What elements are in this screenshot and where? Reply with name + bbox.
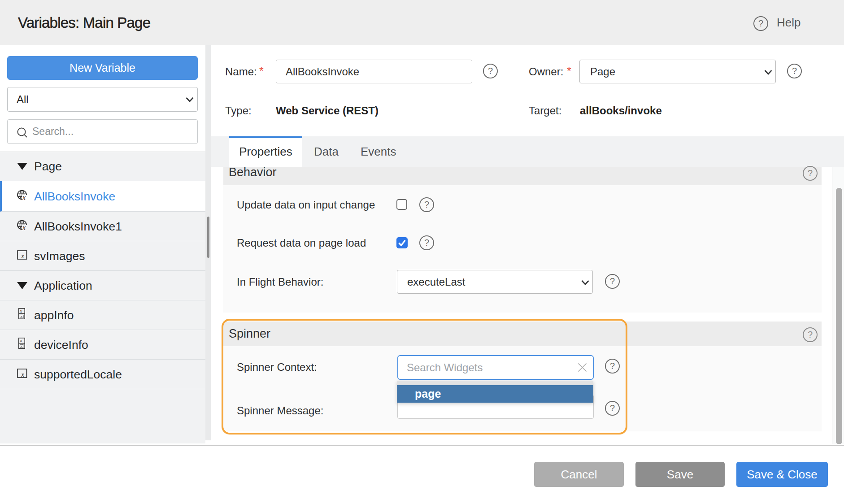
svg-text:x: x — [21, 253, 25, 260]
svg-text:x: x — [22, 193, 26, 200]
svg-text:x: x — [21, 371, 25, 378]
svg-text:x: x — [20, 308, 22, 313]
svg-text:x: x — [20, 338, 22, 343]
svg-text:x: x — [22, 223, 26, 230]
svg-text:x: x — [21, 315, 22, 318]
svg-text:x: x — [21, 344, 22, 348]
